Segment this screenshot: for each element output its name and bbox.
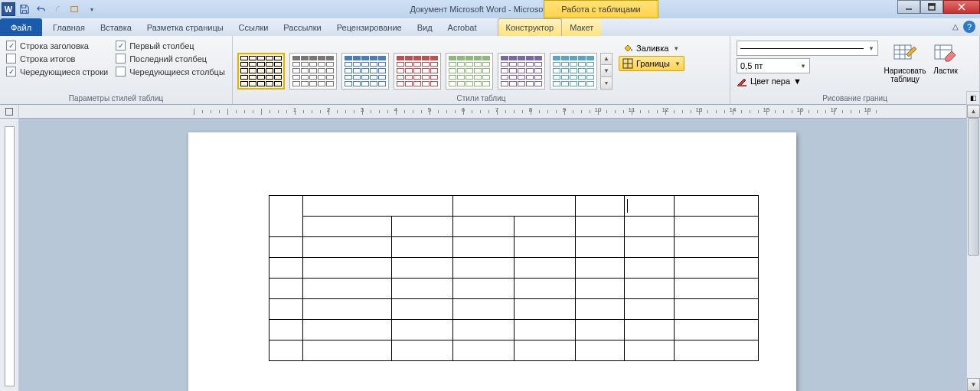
line-weight-value: 0,5 пт (740, 61, 763, 70)
group-table-style-options: ✓Строка заголовка Строка итогов ✓Чередую… (0, 36, 233, 104)
vertical-scrollbar[interactable]: ◧ ▲ ▼ (966, 105, 980, 391)
ribbon: ✓Строка заголовка Строка итогов ✓Чередую… (0, 36, 980, 105)
save-icon[interactable] (17, 2, 32, 17)
word-app-icon[interactable]: W (2, 2, 15, 16)
document-area (0, 119, 966, 391)
window-controls (897, 0, 980, 14)
minimize-ribbon-icon[interactable]: △ (952, 22, 959, 31)
tab-home[interactable]: Главная (45, 18, 93, 36)
horizontal-ruler[interactable]: 123456789101112131415161718 (186, 105, 980, 118)
tab-design[interactable]: Конструктор (498, 18, 563, 36)
help-icon[interactable]: ? (963, 21, 975, 33)
dropdown-icon: ▼ (793, 77, 802, 86)
chk-banded-rows[interactable]: ✓Чередующиеся строки (6, 67, 108, 77)
ruler-bar: 123456789101112131415161718 (0, 105, 980, 119)
gallery-up-icon[interactable]: ▲ (601, 54, 612, 66)
qat-dropdown-icon[interactable]: ▾ (84, 2, 100, 17)
pen-color-label: Цвет пера (750, 77, 790, 86)
svg-rect-0 (71, 7, 78, 12)
gallery-more-icon[interactable]: ▾ (601, 77, 612, 89)
table-style-thumb[interactable] (394, 53, 441, 90)
borders-icon (622, 58, 633, 69)
table-style-thumb[interactable] (289, 53, 337, 90)
dropdown-icon: ▼ (675, 60, 681, 67)
tab-review[interactable]: Рецензирование (329, 18, 410, 36)
pen-color-button[interactable]: Цвет пера ▼ (737, 76, 878, 86)
document-table[interactable] (269, 195, 759, 361)
pen-color-icon (737, 76, 747, 86)
draw-table-label: Нарисовать таблицу (884, 67, 926, 83)
shading-button[interactable]: Заливка ▼ (619, 41, 684, 56)
dropdown-icon: ▼ (673, 45, 679, 52)
maximize-button[interactable] (920, 0, 943, 14)
group-label-2: Стили таблиц (233, 94, 730, 103)
chk-banded-columns[interactable]: Чередующиеся столбцы (116, 67, 225, 77)
qat-icon[interactable] (67, 2, 83, 17)
contextual-tab-title: Работа с таблицами (544, 0, 658, 18)
page[interactable] (188, 132, 796, 391)
tab-layout[interactable]: Макет (562, 18, 601, 36)
chk-last-column[interactable]: Последний столбец (116, 54, 225, 64)
file-tab[interactable]: Файл (0, 18, 42, 36)
scroll-up-icon[interactable]: ▲ (967, 105, 980, 118)
table-style-thumb[interactable] (237, 53, 285, 90)
tab-page-layout[interactable]: Разметка страницы (139, 18, 231, 36)
group-draw-borders: ▼ 0,5 пт▼ Цвет пера ▼ Нарисовать таблицу… (730, 36, 980, 104)
table-style-thumb[interactable] (498, 53, 545, 90)
tab-insert[interactable]: Вставка (93, 18, 139, 36)
close-button[interactable] (943, 0, 980, 14)
table-style-thumb[interactable] (341, 53, 389, 90)
group-table-styles: ▲ ▼ ▾ Заливка ▼ Границы ▼ Стили таблиц (233, 36, 730, 104)
line-weight-combo[interactable]: 0,5 пт▼ (737, 58, 810, 73)
chk-header-row-label: Строка заголовка (20, 41, 89, 51)
tab-mailings[interactable]: Рассылки (276, 18, 328, 36)
chk-total-row[interactable]: Строка итогов (6, 54, 108, 64)
tab-references[interactable]: Ссылки (231, 18, 276, 36)
draw-table-icon (893, 41, 917, 65)
table-style-thumb[interactable] (550, 53, 597, 90)
line-style-combo[interactable]: ▼ (737, 41, 878, 56)
shading-label: Заливка (636, 44, 668, 53)
borders-label: Границы (636, 59, 670, 68)
tab-view[interactable]: Вид (410, 18, 440, 36)
scroll-thumb[interactable] (968, 118, 979, 256)
chk-last-column-label: Последний столбец (129, 54, 207, 64)
tab-stop-icon (5, 108, 13, 116)
chk-total-row-label: Строка итогов (20, 54, 75, 64)
tab-acrobat[interactable]: Acrobat (440, 18, 485, 36)
chk-first-column-label: Первый столбец (129, 41, 194, 51)
svg-rect-9 (737, 85, 746, 86)
gallery-scroll: ▲ ▼ ▾ (600, 53, 612, 90)
group-label-1: Параметры стилей таблиц (0, 94, 232, 103)
redo-icon[interactable] (51, 2, 66, 17)
group-label-3: Рисование границ (730, 94, 979, 103)
quick-access-toolbar: W ▾ (0, 2, 100, 17)
ruler-toggle-icon[interactable]: ◧ (966, 91, 980, 105)
minimize-button[interactable] (897, 0, 920, 14)
title-bar: W ▾ Документ Microsoft Word - Microsoft … (0, 0, 980, 18)
chk-banded-rows-label: Чередующиеся строки (20, 67, 108, 77)
table-style-thumb[interactable] (446, 53, 493, 90)
tab-selector[interactable] (0, 105, 19, 119)
bucket-icon (622, 43, 633, 54)
eraser-label: Ластик (933, 67, 958, 75)
eraser-icon (933, 41, 958, 65)
chk-banded-columns-label: Чередующиеся столбцы (129, 67, 225, 77)
undo-icon[interactable] (34, 2, 49, 17)
vertical-ruler[interactable] (0, 119, 19, 391)
svg-rect-3 (929, 4, 935, 5)
gallery-down-icon[interactable]: ▼ (601, 65, 612, 77)
ribbon-tabs: Файл Главная Вставка Разметка страницы С… (0, 18, 980, 36)
scroll-down-icon[interactable]: ▼ (967, 378, 980, 391)
chk-first-column[interactable]: ✓Первый столбец (116, 41, 225, 51)
chk-header-row[interactable]: ✓Строка заголовка (6, 41, 108, 51)
window-title: Документ Microsoft Word - Microsoft Word (0, 5, 980, 14)
borders-button[interactable]: Границы ▼ (619, 56, 684, 71)
